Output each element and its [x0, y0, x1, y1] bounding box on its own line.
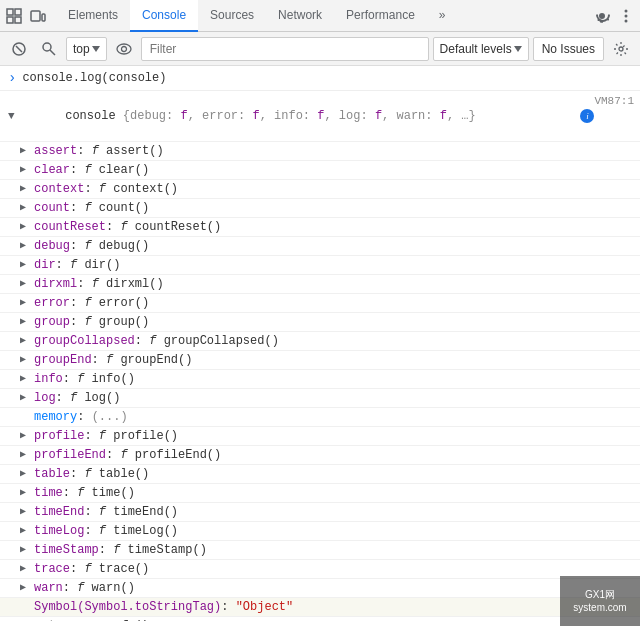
prop-arrow[interactable]: ▶ [20, 447, 32, 463]
list-item[interactable]: ▶ groupCollapsed: f groupCollapsed() [0, 332, 640, 351]
list-item[interactable]: ▶ time: f time() [0, 484, 640, 503]
prop-text: count: f count() [34, 200, 640, 216]
list-item[interactable]: ▶ dir: f dir() [0, 256, 640, 275]
list-item[interactable]: ▶ count: f count() [0, 199, 640, 218]
list-item[interactable]: ▶ context: f context() [0, 180, 640, 199]
console-input-line: › console.log(console) [0, 66, 640, 91]
context-selector[interactable]: top [66, 37, 107, 61]
more-options-btn[interactable] [616, 6, 636, 26]
svg-rect-1 [15, 17, 21, 23]
prop-arrow[interactable]: ▶ [20, 238, 32, 254]
prop-text: timeLog: f timeLog() [34, 523, 640, 539]
prop-text: profile: f profile() [34, 428, 640, 444]
filter-btn[interactable] [36, 36, 62, 62]
console-input-text: console.log(console) [22, 71, 166, 85]
prop-arrow[interactable]: ▶ [20, 143, 32, 159]
prop-text: error: f error() [34, 295, 640, 311]
tab-performance[interactable]: Performance [334, 0, 427, 32]
level-label: Default levels [440, 42, 512, 56]
settings-icon-btn[interactable] [592, 6, 612, 26]
prop-arrow[interactable]: ▶ [20, 162, 32, 178]
prop-text: trace: f trace() [34, 561, 640, 577]
prop-text: timeStamp: f timeStamp() [34, 542, 640, 558]
device-toggle-btn[interactable] [28, 6, 48, 26]
prop-arrow[interactable]: ▶ [20, 428, 32, 444]
prop-text: memory: (...) [34, 409, 640, 425]
list-item[interactable]: ▶ warn: f warn() [0, 579, 640, 598]
prop-arrow[interactable]: ▶ [20, 352, 32, 368]
list-item[interactable]: ▶ dirxml: f dirxml() [0, 275, 640, 294]
list-item[interactable]: ▶ countReset: f countReset() [0, 218, 640, 237]
vm-reference: VM87:1 [594, 92, 640, 109]
prop-arrow[interactable]: ▶ [20, 314, 32, 330]
prop-arrow[interactable]: ▶ [20, 200, 32, 216]
prop-text: groupCollapsed: f groupCollapsed() [34, 333, 640, 349]
prop-arrow[interactable]: ▶ [20, 466, 32, 482]
list-item[interactable]: ▶ trace: f trace() [0, 560, 640, 579]
tab-more[interactable]: » [427, 0, 458, 32]
context-value: top [73, 42, 90, 56]
prop-text: timeEnd: f timeEnd() [34, 504, 640, 520]
prop-text: dir: f dir() [34, 257, 640, 273]
list-item[interactable]: ▶ timeStamp: f timeStamp() [0, 541, 640, 560]
eye-btn[interactable] [111, 36, 137, 62]
prop-arrow[interactable]: ▶ [20, 580, 32, 596]
issues-badge: No Issues [533, 37, 604, 61]
watermark: GX1网system.com [560, 576, 640, 626]
list-item[interactable]: ▶ group: f group() [0, 313, 640, 332]
tab-network[interactable]: Network [266, 0, 334, 32]
svg-point-8 [625, 19, 628, 22]
svg-rect-4 [31, 11, 40, 21]
prop-arrow[interactable]: ▶ [20, 504, 32, 520]
prop-arrow[interactable]: ▶ [20, 181, 32, 197]
prop-arrow[interactable]: ▶ [20, 257, 32, 273]
list-item[interactable]: ▶ debug: f debug() [0, 237, 640, 256]
list-item[interactable]: ▶ Symbol(Symbol.toStringTag): "Object" [0, 598, 640, 617]
console-object-header[interactable]: ▼ console {debug: f, error: f, info: f, … [0, 91, 640, 142]
prop-arrow[interactable]: ▶ [20, 219, 32, 235]
filter-input[interactable] [141, 37, 429, 61]
svg-point-7 [625, 14, 628, 17]
log-level-selector[interactable]: Default levels [433, 37, 529, 61]
list-item[interactable]: ▶ clear: f clear() [0, 161, 640, 180]
svg-point-14 [121, 46, 126, 51]
prop-arrow[interactable]: ▶ [20, 333, 32, 349]
list-item[interactable]: ▶ log: f log() [0, 389, 640, 408]
prop-arrow[interactable]: ▶ [20, 371, 32, 387]
list-item[interactable]: ▶ profileEnd: f profileEnd() [0, 446, 640, 465]
object-toggle-arrow[interactable]: ▼ [8, 108, 20, 124]
prop-text: assert: f assert() [34, 143, 640, 159]
prop-arrow[interactable]: ▶ [20, 542, 32, 558]
prop-text: warn: f warn() [34, 580, 640, 596]
prop-text: dirxml: f dirxml() [34, 276, 640, 292]
info-icon[interactable]: i [580, 109, 594, 123]
list-item[interactable]: ▶ profile: f profile() [0, 427, 640, 446]
list-item[interactable]: ▶ info: f info() [0, 370, 640, 389]
prop-arrow[interactable]: ▶ [20, 276, 32, 292]
list-item[interactable]: ▶ assert: f assert() [0, 142, 640, 161]
list-item[interactable]: ▶ groupEnd: f groupEnd() [0, 351, 640, 370]
console-settings-btn[interactable] [608, 36, 634, 62]
inspect-element-btn[interactable] [4, 6, 24, 26]
tab-console[interactable]: Console [130, 0, 198, 32]
prop-arrow[interactable]: ▶ [20, 561, 32, 577]
console-output: ▼ console {debug: f, error: f, info: f, … [0, 91, 640, 621]
prop-arrow[interactable]: ▶ [20, 485, 32, 501]
console-toolbar: top Default levels No Issues [0, 32, 640, 66]
prop-arrow[interactable]: ▶ [20, 523, 32, 539]
prop-text: time: f time() [34, 485, 640, 501]
prop-arrow[interactable]: ▶ [20, 390, 32, 406]
list-item[interactable]: ▶ get memory: f () [0, 617, 640, 621]
prop-arrow[interactable]: ▶ [20, 618, 32, 621]
prop-text: profileEnd: f profileEnd() [34, 447, 640, 463]
svg-line-10 [16, 46, 22, 52]
tab-sources[interactable]: Sources [198, 0, 266, 32]
list-item[interactable]: ▶ error: f error() [0, 294, 640, 313]
list-item[interactable]: ▶ timeEnd: f timeEnd() [0, 503, 640, 522]
list-item[interactable]: ▶ memory: (...) [0, 408, 640, 427]
prop-arrow[interactable]: ▶ [20, 295, 32, 311]
list-item[interactable]: ▶ timeLog: f timeLog() [0, 522, 640, 541]
list-item[interactable]: ▶ table: f table() [0, 465, 640, 484]
clear-console-btn[interactable] [6, 36, 32, 62]
tab-elements[interactable]: Elements [56, 0, 130, 32]
